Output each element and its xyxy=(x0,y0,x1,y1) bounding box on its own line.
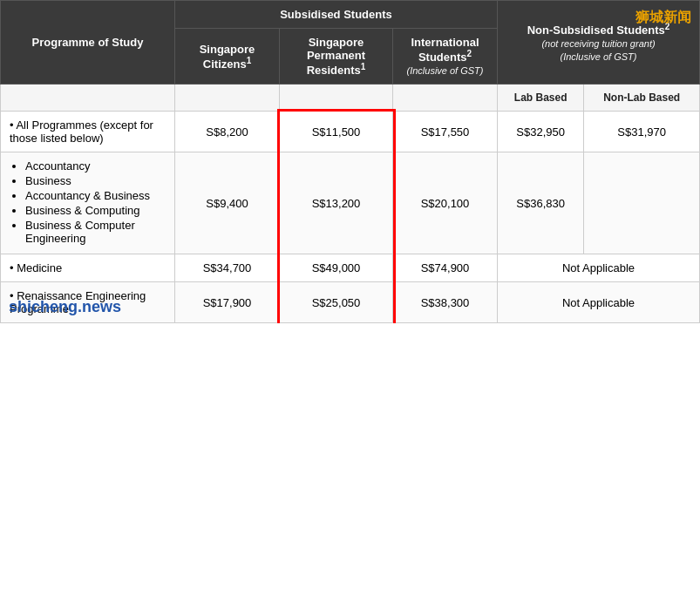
intl-cell: S$38,300 xyxy=(393,282,498,323)
sg-pr-value: S$49,000 xyxy=(312,261,361,274)
list-item: Accountancy & Business xyxy=(25,189,166,202)
non-lab-based-cell xyxy=(584,152,700,254)
non-lab-based-cell: S$31,970 xyxy=(584,112,700,152)
programme-of-study-header: Programme of Study xyxy=(1,1,175,85)
not-applicable-text: Not Applicable xyxy=(562,261,635,274)
intl-gst: (Inclusive of GST) xyxy=(406,65,483,76)
programme-list-cell: Accountancy Business Accountancy & Busin… xyxy=(1,152,175,254)
non-subsidised-sup: 2 xyxy=(665,22,670,31)
sg-pr-value: S$11,500 xyxy=(312,125,361,139)
table-row: Accountancy Business Accountancy & Busin… xyxy=(1,152,700,254)
sg-pr-sup: 1 xyxy=(361,62,366,71)
sg-pr-cell: S$49,000 xyxy=(280,254,393,282)
table-row: • Medicine S$34,700 S$49,000 S$74,900 No… xyxy=(1,254,700,282)
sg-citizens-cell: S$9,400 xyxy=(175,152,280,254)
empty-subheader-3 xyxy=(280,85,393,112)
sg-pr-value: S$13,200 xyxy=(312,197,361,210)
list-item: Business & Computing xyxy=(25,204,166,217)
non-subsidised-header: Non-Subsidised Students2 (not receiving … xyxy=(498,1,700,85)
not-applicable-text: Not Applicable xyxy=(562,296,635,309)
sg-pr-cell: S$11,500 xyxy=(280,112,393,152)
sg-citizens-value: S$34,700 xyxy=(203,261,252,274)
intl-value: S$38,300 xyxy=(421,296,470,309)
empty-subheader xyxy=(1,85,175,112)
sg-pr-value: S$25,050 xyxy=(312,296,361,309)
list-item-text: Business xyxy=(25,174,71,187)
intl-value: S$74,900 xyxy=(421,261,470,274)
non-lab-based-value: S$31,970 xyxy=(617,125,666,139)
not-applicable-cell-medicine: Not Applicable xyxy=(498,254,700,282)
sg-pr-cell: S$13,200 xyxy=(280,152,393,254)
programme-text: Medicine xyxy=(17,261,62,274)
list-item-text: Business & Computer Engineering xyxy=(25,219,135,245)
sg-citizens-header: Singapore Citizens1 xyxy=(175,29,280,85)
intl-cell: S$20,100 xyxy=(393,152,498,254)
intl-value: S$20,100 xyxy=(421,197,470,210)
intl-value: S$17,550 xyxy=(421,125,470,139)
programme-text: Renaissance Engineering Programme xyxy=(10,289,146,315)
non-lab-based-subheader: Non-Lab Based xyxy=(584,85,700,112)
sg-citizens-sup: 1 xyxy=(247,56,252,65)
lab-based-cell: S$36,830 xyxy=(498,152,584,254)
lab-based-subheader: Lab Based xyxy=(498,85,584,112)
empty-subheader-4 xyxy=(393,85,498,112)
sg-pr-header: Singapore Permanent Residents1 xyxy=(280,29,393,85)
intl-cell: S$17,550 xyxy=(393,112,498,152)
intl-students-header: International Students2 (Inclusive of GS… xyxy=(393,29,498,85)
list-item-text: Accountancy & Business xyxy=(25,189,150,202)
programme-cell: • All Programmes (except for those liste… xyxy=(1,112,175,152)
sg-citizens-cell: S$8,200 xyxy=(175,112,280,152)
list-item: Business xyxy=(25,174,166,187)
subsidised-students-header: Subsidised Students xyxy=(175,1,498,29)
list-item: Business & Computer Engineering xyxy=(25,219,166,245)
table-row: • All Programmes (except for those liste… xyxy=(1,112,700,152)
list-item: Accountancy xyxy=(25,159,166,173)
sg-pr-label: Singapore Permanent Residents xyxy=(307,36,365,77)
lab-based-value: S$36,830 xyxy=(516,197,565,210)
lab-based-value: S$32,950 xyxy=(516,125,565,139)
programme-cell: • Renaissance Engineering Programme xyxy=(1,282,175,323)
lab-based-label: Lab Based xyxy=(514,91,567,104)
list-item-text: Accountancy xyxy=(25,159,90,173)
non-subsidised-gst: (Inclusive of GST) xyxy=(560,51,636,62)
sg-citizens-cell: S$34,700 xyxy=(175,254,280,282)
subsidised-label: Subsidised Students xyxy=(280,8,392,21)
sg-pr-cell: S$25,050 xyxy=(280,282,393,323)
intl-cell: S$74,900 xyxy=(393,254,498,282)
lab-based-cell: S$32,950 xyxy=(498,112,584,152)
programme-label: Programme of Study xyxy=(32,36,144,49)
intl-sup: 2 xyxy=(467,49,472,58)
non-subsidised-label: Non-Subsidised Students xyxy=(527,24,665,37)
non-lab-based-label: Non-Lab Based xyxy=(603,91,680,104)
sg-citizens-value: S$9,400 xyxy=(206,197,248,210)
list-item-text: Business & Computing xyxy=(25,204,140,217)
sg-citizens-value: S$17,900 xyxy=(203,296,252,309)
table-row: • Renaissance Engineering Programme S$17… xyxy=(1,282,700,323)
programme-cell: • Medicine xyxy=(1,254,175,282)
empty-subheader-2 xyxy=(175,85,280,112)
non-subsidised-note: (not receiving tuition grant) xyxy=(541,38,655,49)
sg-citizens-value: S$8,200 xyxy=(206,125,248,139)
not-applicable-cell-renaissance: Not Applicable xyxy=(498,282,700,323)
programme-text: All Programmes (except for those listed … xyxy=(10,118,153,145)
sg-citizens-cell: S$17,900 xyxy=(175,282,280,323)
